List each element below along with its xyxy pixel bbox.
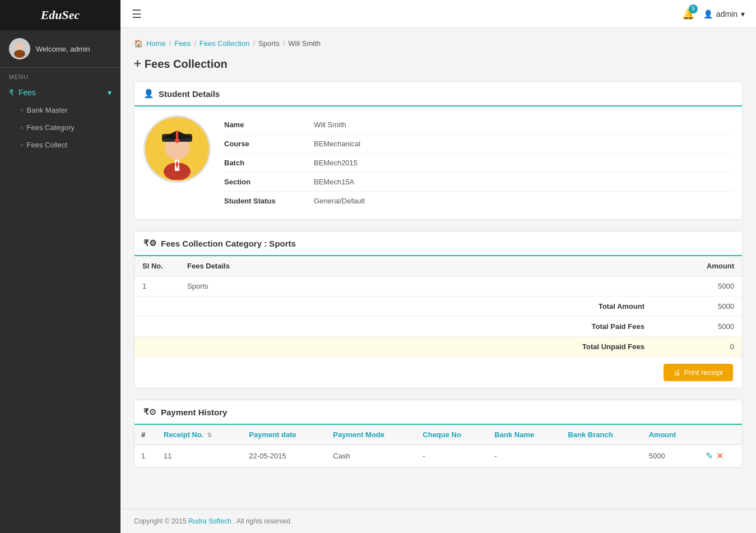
breadcrumb-sep: /: [194, 39, 196, 48]
col-payment-date[interactable]: Payment date: [242, 425, 326, 445]
student-details-header: 👤 Student Details: [134, 82, 742, 106]
field-batch: Batch BEMech2015: [224, 154, 733, 173]
rupee-settings-icon: ₹⚙: [143, 238, 156, 248]
avatar: [9, 38, 30, 59]
payment-cheque-no: -: [416, 445, 488, 467]
total-unpaid-label: Total Unpaid Fees: [134, 337, 652, 357]
sidebar-fees-section[interactable]: ₹ Fees ▾: [0, 84, 120, 101]
col-receipt-no[interactable]: Receipt No. ⇅: [157, 425, 242, 445]
fees-table: Sl No. Fees Details Amount 1 Sports 5000…: [134, 256, 742, 357]
sidebar-item-label: Fees Collect: [27, 141, 67, 149]
print-btn-row: 🖨 Print receipt: [134, 357, 742, 388]
total-unpaid-row: Total Unpaid Fees 0: [134, 337, 742, 357]
fees-slno: 1: [134, 276, 179, 296]
page-title: + Fees Collection: [134, 57, 743, 71]
page-title-text: Fees Collection: [145, 58, 228, 71]
print-receipt-button[interactable]: 🖨 Print receipt: [664, 364, 733, 381]
arrow-icon: »: [20, 142, 24, 148]
payment-bank-branch: [561, 445, 642, 467]
breadcrumb-sep: /: [283, 39, 285, 48]
breadcrumb-sep: /: [169, 39, 171, 48]
admin-dropdown[interactable]: 👤 admin ▾: [703, 10, 745, 18]
sidebar-item-label: Fees Category: [27, 123, 75, 132]
sidebar-item-bank-master[interactable]: » Bank Master: [0, 101, 120, 119]
payment-mode: Cash: [326, 445, 416, 467]
payment-bank-name: -: [488, 445, 561, 467]
field-value-course: BEMechanical: [314, 140, 360, 148]
payment-receipt-no: 11: [157, 445, 242, 467]
arrow-icon: »: [20, 124, 24, 131]
field-label-batch: Batch: [224, 159, 314, 167]
student-fields: Name Will Smith Course BEMechanical Batc…: [224, 115, 733, 210]
rupee-icon: ₹: [9, 88, 14, 97]
field-label-name: Name: [224, 120, 314, 129]
total-amount-row: Total Amount 5000: [134, 296, 742, 317]
payment-row: 1 11 22-05-2015 Cash - - 5000 ✎ ✕: [134, 445, 742, 467]
sidebar-item-label: Bank Master: [27, 106, 68, 114]
edit-payment-icon[interactable]: ✎: [706, 451, 713, 461]
home-icon: 🏠: [134, 39, 143, 48]
col-bank-name[interactable]: Bank Name: [488, 425, 561, 445]
sidebar-user: Welcome, admin: [0, 30, 120, 68]
field-label-student-status: Student Status: [224, 197, 314, 205]
history-icon: ₹⊙: [143, 407, 156, 417]
breadcrumb-fees-collection[interactable]: Fees Collection: [200, 39, 250, 48]
breadcrumb-sep: /: [253, 39, 255, 48]
user-icon: 👤: [703, 10, 713, 18]
arrow-icon: »: [20, 107, 24, 113]
col-payment-mode[interactable]: Payment Mode: [326, 425, 416, 445]
footer: Copyright © 2015 Rudra Softech . All rig…: [120, 509, 756, 533]
student-details-card: 👤 Student Details: [134, 81, 743, 220]
notification-button[interactable]: 🔔 9: [682, 8, 694, 20]
sidebar-username: Welcome, admin: [36, 45, 90, 53]
dropdown-chevron-icon: ▾: [741, 10, 745, 18]
total-paid-label: Total Paid Fees: [134, 317, 652, 337]
admin-label: admin: [716, 10, 738, 18]
notification-badge: 9: [689, 4, 698, 13]
student-details-title: Student Details: [159, 89, 220, 99]
payment-actions: ✎ ✕: [699, 445, 742, 467]
delete-payment-icon[interactable]: ✕: [716, 451, 723, 461]
col-hash: #: [134, 425, 157, 445]
footer-company-link[interactable]: Rudra Softech: [188, 517, 231, 525]
col-bank-branch[interactable]: Bank Branch: [561, 425, 642, 445]
col-slno: Sl No.: [134, 256, 179, 276]
hamburger-button[interactable]: ☰: [132, 7, 142, 21]
footer-suffix: . All rights reserved.: [233, 517, 292, 525]
breadcrumb-sports: Sports: [258, 39, 280, 48]
svg-point-1: [16, 43, 23, 50]
sidebar-item-fees-category[interactable]: » Fees Category: [0, 119, 120, 136]
col-amount[interactable]: Amount: [642, 425, 698, 445]
payment-history-title: Payment History: [161, 407, 227, 417]
chevron-down-icon: ▾: [108, 88, 112, 97]
plus-icon: +: [134, 57, 141, 71]
breadcrumb-home[interactable]: Home: [146, 39, 166, 48]
page-body: 🏠 Home / Fees / Fees Collection / Sports…: [120, 28, 756, 509]
breadcrumb-student: Will Smith: [288, 39, 321, 48]
breadcrumb-fees[interactable]: Fees: [174, 39, 191, 48]
col-actions: [699, 425, 742, 445]
sidebar-fees-label: Fees: [18, 88, 36, 97]
field-value-student-status: General/Default: [314, 197, 365, 205]
fees-collection-header: ₹⚙ Fees Collection Category : Sports: [134, 231, 742, 256]
total-unpaid-value: 0: [652, 337, 742, 357]
fees-details: Sports: [179, 276, 652, 296]
sidebar-item-fees-collect[interactable]: » Fees Collect: [0, 136, 120, 154]
fees-collection-card: ₹⚙ Fees Collection Category : Sports Sl …: [134, 231, 743, 388]
printer-icon: 🖨: [674, 368, 681, 377]
total-amount-label: Total Amount: [134, 296, 652, 317]
field-name: Name Will Smith: [224, 115, 733, 135]
user-shield-icon: 👤: [143, 89, 154, 99]
print-btn-label: Print receipt: [684, 368, 723, 377]
col-fees-details: Fees Details: [179, 256, 652, 276]
col-cheque-no[interactable]: Cheque No: [416, 425, 488, 445]
student-photo: [143, 115, 211, 183]
svg-point-8: [175, 138, 179, 143]
student-details-layout: Name Will Smith Course BEMechanical Batc…: [134, 106, 742, 219]
field-section: Section BEMech15A: [224, 173, 733, 192]
payment-table-header: # Receipt No. ⇅ Payment date Payment Mod…: [134, 425, 742, 445]
payment-history-header: ₹⊙ Payment History: [134, 400, 742, 425]
footer-text: Copyright © 2015: [134, 517, 187, 525]
sidebar: EduSec Welcome, admin Menu ₹ Fees ▾ » Ba…: [0, 0, 120, 533]
field-label-section: Section: [224, 178, 314, 186]
